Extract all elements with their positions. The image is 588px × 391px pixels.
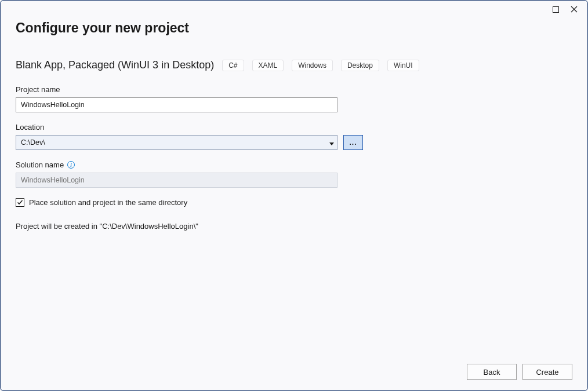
dialog-window: Configure your new project Blank App, Pa… bbox=[0, 0, 588, 391]
solution-name-label-text: Solution name bbox=[16, 160, 64, 169]
same-directory-row: Place solution and project in the same d… bbox=[16, 198, 572, 207]
tag-xaml: XAML bbox=[252, 60, 284, 71]
same-directory-checkbox[interactable] bbox=[16, 198, 24, 207]
info-icon[interactable]: i bbox=[67, 161, 75, 169]
location-combo[interactable] bbox=[16, 135, 337, 150]
location-input[interactable] bbox=[16, 135, 337, 150]
page-title: Configure your new project bbox=[16, 20, 572, 36]
checkmark-icon bbox=[17, 199, 23, 206]
creation-path-text: Project will be created in "C:\Dev\Windo… bbox=[16, 222, 572, 231]
tag-winui: WinUI bbox=[387, 60, 419, 71]
tag-desktop: Desktop bbox=[341, 60, 379, 71]
maximize-icon[interactable] bbox=[551, 5, 560, 13]
create-button[interactable]: Create bbox=[522, 364, 572, 380]
solution-name-group: Solution name i bbox=[16, 160, 572, 188]
tag-windows: Windows bbox=[292, 60, 333, 71]
same-directory-label: Place solution and project in the same d… bbox=[29, 198, 187, 207]
solution-name-label: Solution name i bbox=[16, 160, 572, 169]
content-area: Configure your new project Blank App, Pa… bbox=[1, 1, 587, 231]
footer: Back Create bbox=[467, 364, 572, 380]
tag-csharp: C# bbox=[222, 60, 244, 71]
browse-button[interactable]: ... bbox=[343, 135, 363, 150]
project-name-group: Project name bbox=[16, 85, 572, 112]
close-icon[interactable] bbox=[570, 5, 578, 13]
solution-name-input bbox=[16, 173, 337, 188]
template-row: Blank App, Packaged (WinUI 3 in Desktop)… bbox=[16, 59, 572, 71]
location-label: Location bbox=[16, 123, 572, 131]
svg-rect-0 bbox=[553, 6, 558, 12]
titlebar bbox=[551, 1, 587, 18]
back-button[interactable]: Back bbox=[467, 364, 517, 380]
location-group: Location ... bbox=[16, 123, 572, 150]
project-name-input[interactable] bbox=[16, 97, 337, 112]
template-name: Blank App, Packaged (WinUI 3 in Desktop) bbox=[16, 59, 214, 71]
project-name-label: Project name bbox=[16, 85, 572, 94]
